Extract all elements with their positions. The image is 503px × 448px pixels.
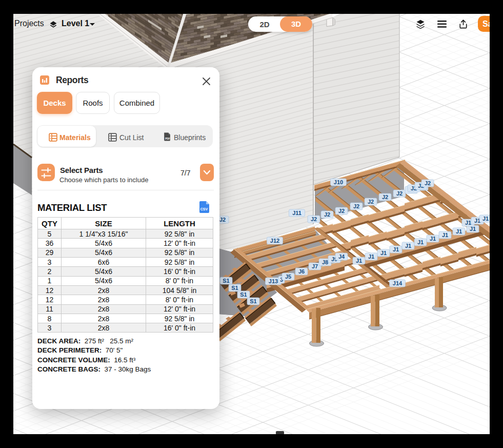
- svg-text:J1: J1: [465, 220, 471, 226]
- svg-text:S1: S1: [223, 278, 229, 284]
- svg-text:J10: J10: [334, 179, 343, 185]
- svg-text:S1: S1: [250, 298, 256, 304]
- svg-text:J1: J1: [368, 254, 374, 260]
- svg-text:J14: J14: [393, 280, 403, 286]
- svg-text:J1: J1: [482, 216, 489, 222]
- svg-text:J2: J2: [338, 208, 345, 214]
- svg-text:J1: J1: [356, 258, 362, 264]
- svg-text:J11: J11: [292, 210, 301, 216]
- svg-text:J1: J1: [430, 236, 436, 242]
- svg-text:CSV: CSV: [200, 207, 208, 211]
- svg-text:J2: J2: [425, 180, 431, 186]
- svg-text:J8: J8: [322, 259, 328, 265]
- svg-text:J1: J1: [456, 228, 462, 235]
- svg-text:J13: J13: [269, 278, 278, 284]
- svg-text:J12: J12: [270, 238, 279, 244]
- svg-text:J1: J1: [380, 250, 387, 256]
- svg-text:J1: J1: [417, 239, 424, 245]
- svg-text:J1: J1: [470, 226, 476, 232]
- svg-text:J1: J1: [393, 246, 399, 252]
- svg-text:J2: J2: [353, 203, 359, 209]
- svg-text:S1: S1: [231, 285, 238, 291]
- svg-text:J2: J2: [396, 190, 403, 197]
- svg-text:PDF: PDF: [165, 138, 170, 140]
- svg-text:J5: J5: [285, 274, 291, 280]
- svg-text:J2: J2: [219, 217, 226, 223]
- svg-text:J7: J7: [312, 263, 318, 269]
- svg-text:J2: J2: [382, 194, 388, 200]
- svg-text:J6: J6: [298, 268, 305, 275]
- svg-text:J1: J1: [442, 232, 448, 238]
- svg-text:S1: S1: [240, 291, 247, 298]
- svg-text:J1: J1: [405, 243, 411, 249]
- svg-text:J2: J2: [368, 199, 374, 205]
- svg-text:J2: J2: [324, 211, 330, 218]
- svg-text:J2: J2: [311, 216, 317, 222]
- svg-text:J4: J4: [338, 254, 345, 260]
